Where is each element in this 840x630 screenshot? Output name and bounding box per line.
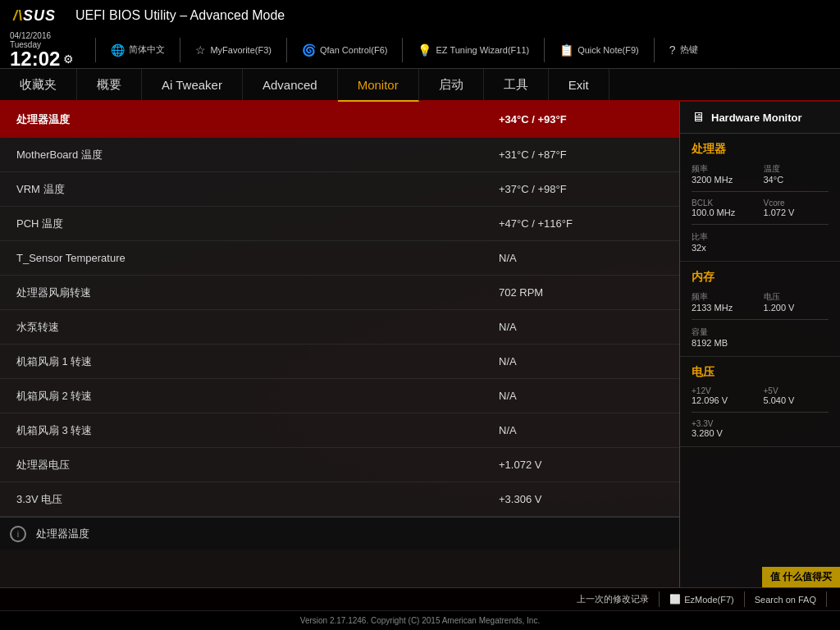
row-label: 机箱风扇 2 转速 [16,389,499,404]
table-row[interactable]: T_Sensor Temperature N/A [0,241,679,276]
vcore-value: 1.072 V [764,208,829,217]
table-row[interactable]: 处理器电压 +1.072 V [0,448,679,482]
nav-tools[interactable]: 工具 [484,69,549,100]
mem-voltage-value: 1.200 V [764,303,829,313]
language-button[interactable]: 🌐 简体中文 [104,43,171,57]
memory-section-title: 内存 [692,270,829,285]
row-label: 处理器温度 [16,112,499,127]
bclk-value: 100.0 MHz [692,208,757,217]
row-label: MotherBoard 温度 [16,148,499,162]
row-label: 机箱风扇 1 转速 [16,354,499,369]
hw-panel-title: Hardware Monitor [711,112,802,124]
table-row[interactable]: 机箱风扇 3 转速 N/A [0,413,679,448]
cpu-temp-label: 温度 [764,163,829,175]
status-bar-bottom: Version 2.17.1246. Copyright (C) 2015 Am… [0,610,840,630]
capacity-value: 8192 MB [692,338,829,348]
table-row[interactable]: 处理器温度 +34°C / +93°F [0,102,679,138]
note-icon: 📋 [559,43,573,57]
row-label: 3.3V 电压 [16,492,499,507]
asus-logo: /\SUS [13,7,56,25]
row-value: N/A [499,252,663,264]
nav-bar: 收藏夹 概要 Ai Tweaker Advanced Monitor 启动 工具… [0,69,840,102]
row-label: 处理器风扇转速 [16,285,499,300]
nav-ai-tweaker[interactable]: Ai Tweaker [142,69,243,100]
main-layout: 处理器温度 +34°C / +93°F MotherBoard 温度 +31°C… [0,102,840,587]
row-value: +31°C / +87°F [499,148,663,161]
eztuning-button[interactable]: 💡 EZ Tuning Wizard(F11) [411,43,536,57]
hw-panel-header: 🖥 Hardware Monitor [680,102,840,134]
nav-advanced[interactable]: Advanced [243,69,338,100]
mem-freq-value: 2133 MHz [692,303,757,313]
mem-freq-label: 频率 [692,291,757,303]
ez-mode-button[interactable]: ⬜ EzMode(F7) [660,591,745,607]
info-icon: i [10,526,26,542]
clock-display: 04/12/2016 Tuesday 12:02 ⚙ [10,31,74,69]
row-value: +3.306 V [499,493,663,505]
monitor-icon: 🖥 [692,110,705,125]
table-row[interactable]: 机箱风扇 2 转速 N/A [0,379,679,413]
row-label: 机箱风扇 3 转速 [16,423,499,438]
content-panel: 处理器温度 +34°C / +93°F MotherBoard 温度 +31°C… [0,102,680,587]
watermark: 值 什么值得买 [762,567,840,587]
row-label: VRM 温度 [16,182,499,197]
voltage-section: 电压 +12V 12.096 V +5V 5.040 V +3.3V 3.280… [680,357,840,447]
row-value: N/A [499,321,663,333]
row-value: 702 RPM [499,286,663,299]
star-icon: ☆ [195,43,206,57]
wizard-icon: 💡 [418,43,431,57]
gear-icon[interactable]: ⚙ [63,52,74,66]
v12-label: +12V [692,386,757,395]
capacity-label: 容量 [692,326,829,338]
info-row: i 处理器温度 [0,517,679,550]
hw-divider [692,224,829,225]
hw-monitor-panel: 🖥 Hardware Monitor 处理器 频率 3200 MHz 温度 34… [680,102,840,587]
row-value: +1.072 V [499,459,663,471]
mem-voltage-label: 电压 [764,291,829,303]
toolbar-divider-5 [544,38,545,62]
nav-favorites[interactable]: 收藏夹 [0,69,77,100]
monitor-table: 处理器温度 +34°C / +93°F MotherBoard 温度 +31°C… [0,102,679,517]
table-row[interactable]: 处理器风扇转速 702 RPM [0,276,679,310]
v33-label: +3.3V [692,419,829,428]
table-row[interactable]: 水泵转速 N/A [0,310,679,345]
status-bar-top: 上一次的修改记录 ⬜ EzMode(F7) Search on FAQ 值 什么… [0,587,840,610]
nav-overview[interactable]: 概要 [77,69,142,100]
qfan-button[interactable]: 🌀 Qfan Control(F6) [295,43,395,57]
cpu-temp-value: 34°C [764,175,829,185]
cpu-freq-label: 频率 [692,163,757,175]
ratio-label: 比率 [692,231,829,243]
hotkeys-button[interactable]: ? 热键 [663,43,705,57]
bclk-label: BCLK [692,199,757,208]
nav-boot[interactable]: 启动 [419,69,484,100]
row-value: N/A [499,424,663,436]
date-display: 04/12/2016 Tuesday [10,31,74,49]
search-faq-button[interactable]: Search on FAQ [745,591,827,607]
toolbar-divider-3 [286,38,287,62]
title-bar: /\SUS UEFI BIOS Utility – Advanced Mode [0,0,840,31]
last-change-button[interactable]: 上一次的修改记录 [567,591,660,607]
quicknote-button[interactable]: 📋 Quick Note(F9) [553,43,646,57]
nav-exit[interactable]: Exit [549,69,609,100]
table-row[interactable]: MotherBoard 温度 +31°C / +87°F [0,138,679,172]
watermark-line2: 什么值得买 [783,571,832,582]
myfavorite-button[interactable]: ☆ MyFavorite(F3) [189,43,278,57]
table-row[interactable]: 机箱风扇 1 转速 N/A [0,345,679,379]
table-row[interactable]: VRM 温度 +37°C / +98°F [0,172,679,207]
table-row[interactable]: 3.3V 电压 +3.306 V [0,482,679,517]
copyright-text: Version 2.17.1246. Copyright (C) 2015 Am… [300,616,540,625]
help-icon: ? [669,43,676,57]
row-value: N/A [499,355,663,368]
row-label: T_Sensor Temperature [16,252,499,264]
watermark-line1: 值 [770,571,780,582]
toolbar-divider-2 [180,38,180,62]
row-value: +37°C / +98°F [499,183,663,195]
row-label: 水泵转速 [16,320,499,335]
ratio-value: 32x [692,243,829,253]
table-row[interactable]: PCH 温度 +47°C / +116°F [0,207,679,241]
language-icon: 🌐 [111,43,125,57]
cpu-freq-value: 3200 MHz [692,175,757,185]
cpu-section-title: 处理器 [692,142,829,157]
nav-monitor[interactable]: Monitor [338,69,419,102]
hw-divider [692,191,829,192]
ez-mode-icon: ⬜ [669,594,681,605]
